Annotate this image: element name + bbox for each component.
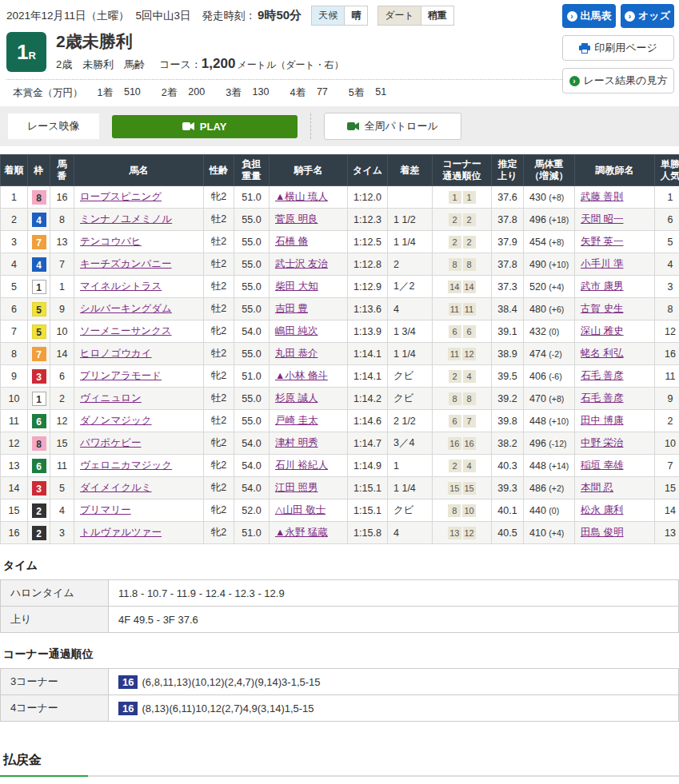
corner-order-cell: 11 xyxy=(433,186,492,209)
horse-name-link[interactable]: ヴェロニカマジック xyxy=(80,460,172,471)
trainer-name-link[interactable]: 稲垣 幸雄 xyxy=(581,460,623,471)
results-guide-button[interactable]: › レース結果の見方 xyxy=(562,68,674,94)
trainer-name-link[interactable]: 田中 博康 xyxy=(581,415,623,426)
jockey-name-link[interactable]: 杉原 誠人 xyxy=(275,392,318,404)
horse-name-link[interactable]: マイネルシトラス xyxy=(80,281,162,292)
trainer-name-link[interactable]: 石毛 善彦 xyxy=(581,392,623,404)
time-row-value: 11.8 - 10.7 - 11.9 - 12.4 - 12.3 - 12.9 xyxy=(109,580,679,607)
trainer-name-link[interactable]: 深山 雅史 xyxy=(581,325,623,336)
trainer-name-link[interactable]: 天間 昭一 xyxy=(581,213,623,225)
sex-age: 牝2 xyxy=(204,432,234,455)
print-page-button[interactable]: 印刷用ページ xyxy=(562,35,674,61)
body-weight-diff: (+8) xyxy=(549,237,564,247)
jockey-name-link[interactable]: ▲横山 琉人 xyxy=(275,191,328,202)
results-column-header: 馬名 xyxy=(74,155,204,186)
jockey-name-link[interactable]: ▲永野 猛蔵 xyxy=(275,527,328,538)
race-number-badge: 1R xyxy=(6,32,46,72)
jockey-name-link[interactable]: △山田 敬士 xyxy=(275,504,326,515)
jockey-name-link[interactable]: 石橋 脩 xyxy=(275,236,308,247)
horse-name-link[interactable]: テンコウバヒ xyxy=(80,236,142,247)
frame-number-badge: 5 xyxy=(32,324,46,339)
jockey-name-link[interactable]: 柴田 大知 xyxy=(275,281,318,292)
horse-name-link[interactable]: ダイメイクルミ xyxy=(80,482,152,493)
frame-cell: 6 xyxy=(28,410,50,432)
prize-place: 3着 xyxy=(226,86,241,100)
margin: 3／4 xyxy=(388,432,433,455)
trainer-name-link[interactable]: 田島 俊明 xyxy=(581,527,623,538)
odds-button[interactable]: › オッズ xyxy=(621,4,674,28)
jockey-name-link[interactable]: 津村 明秀 xyxy=(275,437,318,448)
corner-position-badge: 16 xyxy=(463,437,476,450)
horse-name-link[interactable]: キーチズカンパニー xyxy=(80,258,172,269)
entries-button[interactable]: › 出馬表 xyxy=(562,4,616,28)
finish-time: 1:15.1 xyxy=(348,499,388,522)
horse-name-link[interactable]: ミンナノユメミノル xyxy=(80,213,172,225)
horse-name-cell: ダノンマジック xyxy=(74,410,204,432)
carried-weight: 54.0 xyxy=(234,432,270,455)
margin: 4 xyxy=(388,522,433,544)
jockey-name-link[interactable]: 丸田 恭介 xyxy=(275,348,318,359)
patrol-video-button[interactable]: 全周パトロール xyxy=(324,113,461,140)
horse-name-link[interactable]: ダノンマジック xyxy=(80,415,152,426)
frame-cell: 5 xyxy=(28,320,50,343)
printer-icon xyxy=(579,43,590,54)
body-weight-diff: (+10) xyxy=(549,260,569,269)
trainer-name-link[interactable]: 中野 栄治 xyxy=(581,437,623,448)
trainer-name-link[interactable]: 矢野 英一 xyxy=(581,236,623,247)
chevron-right-icon: › xyxy=(567,11,577,22)
trainer-name-link[interactable]: 本間 忍 xyxy=(581,482,613,493)
horse-name-link[interactable]: プリマリー xyxy=(80,504,131,515)
play-button[interactable]: PLAY xyxy=(112,115,298,138)
trainer-name-link[interactable]: 松永 康利 xyxy=(581,504,623,515)
corner-passing-order: (8,13)(6,11)10,12(2,7)4,9(3,14)1,5-15 xyxy=(142,702,314,714)
horse-number: 11 xyxy=(50,455,74,477)
win-favorite-rank: 10 xyxy=(655,432,679,455)
frame-number-badge: 4 xyxy=(32,257,46,272)
track-condition-tag: ダート 稍重 xyxy=(377,6,454,26)
jockey-name-link[interactable]: 江田 照男 xyxy=(275,482,318,493)
race-video-button[interactable]: レース映像 xyxy=(8,113,99,139)
jockey-name-link[interactable]: 吉田 豊 xyxy=(275,303,308,314)
horse-name-link[interactable]: トルヴァルツァー xyxy=(80,527,162,538)
horse-name-link[interactable]: ヴィニュロン xyxy=(80,392,142,404)
jockey-name-link[interactable]: 戸崎 圭太 xyxy=(275,415,318,426)
trainer-cell: 田中 博康 xyxy=(575,410,655,432)
body-weight-diff: (+14) xyxy=(549,461,569,471)
sex-age: 牡2 xyxy=(204,388,234,410)
last-3f-time: 39.3 xyxy=(492,477,524,499)
horse-name-cell: プリマリー xyxy=(74,499,204,522)
prize-amount: 130 xyxy=(253,86,270,100)
trainer-name-link[interactable]: 小手川 準 xyxy=(581,258,623,269)
frame-number-badge: 6 xyxy=(32,459,46,473)
jockey-name-link[interactable]: ▲小林 脩斗 xyxy=(275,370,328,381)
jockey-name-link[interactable]: 菅原 明良 xyxy=(275,213,318,225)
horse-name-cell: ダイメイクルミ xyxy=(74,477,204,499)
horse-name-cell: テンコウバヒ xyxy=(74,231,204,253)
last-3f-time: 37.8 xyxy=(492,253,524,276)
horse-name-cell: ロープスピニング xyxy=(74,186,204,209)
body-weight-diff: (-12) xyxy=(549,439,566,448)
jockey-name-link[interactable]: 嶋田 純次 xyxy=(275,325,318,336)
time-row: 上り4F 49.5 - 3F 37.6 xyxy=(1,607,679,633)
horse-name-cell: ヴィニュロン xyxy=(74,388,204,410)
horse-name-link[interactable]: パワポケビー xyxy=(80,437,141,448)
horse-name-link[interactable]: ソーメニーサンクス xyxy=(80,325,172,336)
carried-weight: 52.0 xyxy=(234,499,270,522)
horse-name-link[interactable]: シルバーキングダム xyxy=(80,303,172,314)
trainer-name-link[interactable]: 古賀 史生 xyxy=(581,303,623,314)
body-weight-cell: 448 (+14) xyxy=(524,455,575,477)
trainer-name-link[interactable]: 石毛 善彦 xyxy=(581,370,623,381)
frame-cell: 5 xyxy=(28,298,50,320)
jockey-name-link[interactable]: 石川 裕紀人 xyxy=(275,460,328,471)
jockey-name-link[interactable]: 武士沢 友治 xyxy=(275,258,328,269)
last-3f-time: 39.8 xyxy=(492,410,524,432)
trainer-name-link[interactable]: 蛯名 利弘 xyxy=(581,348,623,359)
horse-name-cell: シルバーキングダム xyxy=(74,298,204,320)
horse-number: 5 xyxy=(50,477,74,499)
track-condition-value: 稍重 xyxy=(421,6,453,25)
horse-name-link[interactable]: ヒロノゴウカイ xyxy=(80,348,152,359)
horse-name-link[interactable]: プリンアラモード xyxy=(80,370,162,381)
horse-name-link[interactable]: ロープスピニング xyxy=(80,191,162,202)
trainer-name-link[interactable]: 武市 康男 xyxy=(581,281,623,292)
trainer-name-link[interactable]: 武藤 善則 xyxy=(581,191,623,202)
